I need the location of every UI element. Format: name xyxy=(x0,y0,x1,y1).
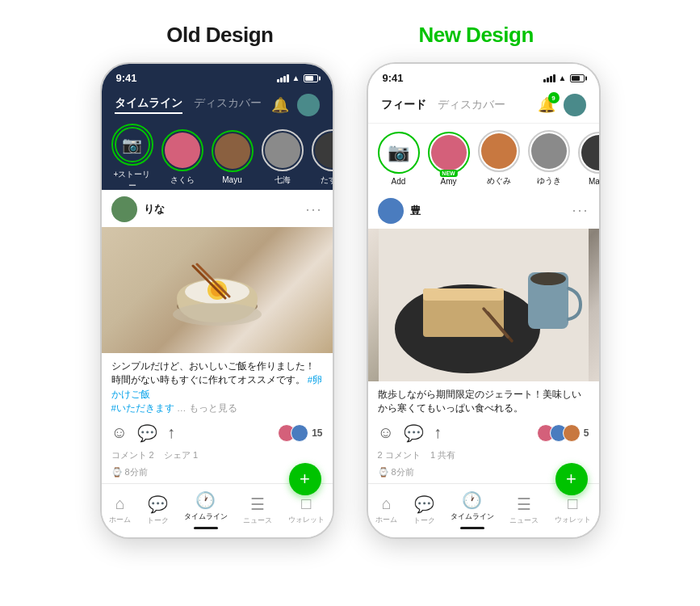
new-post-text-content: 散歩しながら期間限定のジェラート！美味しいから寒くてもいっぱい食べれる。 xyxy=(378,389,581,413)
old-story-1[interactable]: さくら xyxy=(161,129,203,186)
old-post-image xyxy=(102,227,333,353)
old-bottom-home[interactable]: ⌂ ホーム xyxy=(109,494,131,525)
new-post-stats: 2 コメント 1 共有 xyxy=(368,448,599,465)
old-bottom-news[interactable]: ☰ ニュース xyxy=(243,494,272,526)
old-story-label-2: Mayu xyxy=(222,175,241,184)
old-tab-timeline[interactable]: タイムライン xyxy=(115,96,182,114)
new-story-label-mana: Mana xyxy=(589,177,599,186)
new-tab-discover[interactable]: ディスカバー xyxy=(438,98,505,112)
old-story-label-4: たすく xyxy=(321,175,333,186)
new-stories-row: 📷 Add NEW Amy めぐみ xyxy=(368,124,599,191)
old-post-text-content: シンプルだけど、おいしいご飯を作りました！時間がない時もすぐに作れてオススメです… xyxy=(111,361,315,385)
old-story-label-3: 七海 xyxy=(275,175,291,186)
old-story-ring-2 xyxy=(212,130,254,172)
new-bottom-wallet[interactable]: □ ウォレット xyxy=(555,494,591,525)
new-smile-icon[interactable]: ☺ xyxy=(378,423,394,443)
old-status-time: 9:41 xyxy=(116,72,137,84)
new-wallet-label: ウォレット xyxy=(555,515,591,525)
old-actions-right: 15 xyxy=(283,424,322,442)
old-food-visual xyxy=(102,227,333,353)
new-phone: 9:41 ▲ フィード ディスカバー xyxy=(367,62,601,539)
new-post-actions: ☺ 💬 ↑ 5 xyxy=(368,419,599,448)
new-post-header: 豊 ··· xyxy=(368,191,599,229)
old-post-user: りな xyxy=(111,196,165,222)
old-news-label: ニュース xyxy=(243,516,272,526)
new-badge-amy: NEW xyxy=(439,170,457,177)
new-wifi-icon: ▲ xyxy=(559,74,567,82)
old-bell-icon[interactable]: 🔔 xyxy=(271,96,289,114)
new-share-count: 1 共有 xyxy=(430,450,455,460)
new-profile-avatar[interactable] xyxy=(564,94,586,116)
old-nav-icons: 🔔 xyxy=(271,94,320,116)
new-story-megumi[interactable]: めぐみ xyxy=(478,130,520,187)
old-stories-row: 📷 +ストーリー さくら Mayu xyxy=(102,123,333,190)
old-story-add[interactable]: 📷 +ストーリー xyxy=(111,124,153,191)
old-nav-tabs: タイムライン ディスカバー xyxy=(115,96,262,114)
new-comment-icon[interactable]: 💬 xyxy=(404,423,424,443)
old-user-avatar xyxy=(111,196,137,222)
new-status-time: 9:41 xyxy=(383,72,404,84)
new-share-icon[interactable]: ↑ xyxy=(434,423,442,443)
new-story-avatar-mana xyxy=(581,135,599,170)
new-story-ring-yuuki xyxy=(528,130,570,172)
old-smile-icon[interactable]: ☺ xyxy=(111,423,128,443)
old-profile-avatar[interactable] xyxy=(297,94,320,116)
old-more-link[interactable]: … もっと見る xyxy=(177,403,237,413)
old-bottom-wallet[interactable]: □ ウォレット xyxy=(288,494,325,525)
new-user-name: 豊 xyxy=(410,204,421,218)
old-timeline-label: タイムライン xyxy=(184,511,228,522)
new-post-more[interactable]: ··· xyxy=(572,202,589,219)
old-post-header: りな ··· xyxy=(102,190,333,227)
old-story-ring-1 xyxy=(161,129,203,171)
old-story-avatar-1 xyxy=(165,133,200,168)
phones-container: 9:41 ▲ タイムライン ディスカバー 🔔 xyxy=(68,62,633,539)
new-food-svg xyxy=(379,229,589,381)
new-fab-button[interactable]: + xyxy=(555,463,588,495)
new-nav-bar: フィード ディスカバー 🔔 9 xyxy=(368,87,599,124)
old-fab-button[interactable]: + xyxy=(289,463,321,495)
new-story-avatar-megumi xyxy=(481,133,517,169)
old-hashtag2[interactable]: #いただきます xyxy=(111,403,174,413)
old-story-2[interactable]: Mayu xyxy=(212,130,254,184)
old-share-icon[interactable]: ↑ xyxy=(167,423,175,443)
old-bottom-talk[interactable]: 💬 トーク xyxy=(147,494,169,526)
old-story-4[interactable]: たすく xyxy=(312,129,333,186)
new-bottom-timeline[interactable]: 🕐 タイムライン xyxy=(451,490,494,529)
old-phone: 9:41 ▲ タイムライン ディスカバー 🔔 xyxy=(100,62,334,539)
comparison-header: Old Design New Design xyxy=(0,0,700,62)
old-reaction-count: 15 xyxy=(312,427,322,439)
old-post-text: シンプルだけど、おいしいご飯を作りました！時間がない時もすぐに作れてオススメです… xyxy=(102,353,333,419)
new-news-label: ニュース xyxy=(509,516,539,526)
new-story-amy[interactable]: NEW Amy xyxy=(428,132,470,186)
new-story-yuuki[interactable]: ゆうき xyxy=(528,130,570,187)
old-story-avatar-2 xyxy=(215,133,250,169)
old-talk-icon: 💬 xyxy=(148,494,168,514)
new-post-image xyxy=(368,229,599,381)
old-news-icon: ☰ xyxy=(250,494,265,514)
old-tab-discover[interactable]: ディスカバー xyxy=(194,96,262,114)
old-talk-label: トーク xyxy=(147,516,169,526)
old-bottom-timeline[interactable]: 🕐 タイムライン xyxy=(184,490,228,529)
old-share-count: シェア 1 xyxy=(164,450,198,460)
new-bell-wrapper[interactable]: 🔔 9 xyxy=(538,96,555,114)
new-timeline-label: タイムライン xyxy=(451,511,494,522)
old-story-3[interactable]: 七海 xyxy=(262,129,304,186)
new-story-add[interactable]: 📷 Add xyxy=(378,132,420,186)
new-nav-tabs: フィード ディスカバー xyxy=(381,98,505,112)
old-add-ring: 📷 xyxy=(111,124,153,166)
new-story-ring-mana xyxy=(578,132,599,174)
new-camera-icon: 📷 xyxy=(388,142,409,163)
new-tab-feed[interactable]: フィード xyxy=(381,98,426,112)
old-home-label: ホーム xyxy=(109,515,131,525)
new-reactor-3 xyxy=(563,424,581,442)
new-bottom-home[interactable]: ⌂ ホーム xyxy=(375,494,397,525)
new-story-mana[interactable]: Mana xyxy=(578,132,599,186)
new-bottom-news[interactable]: ☰ ニュース xyxy=(509,494,539,526)
old-story-label-add: +ストーリー xyxy=(111,169,153,191)
new-home-icon: ⌂ xyxy=(382,494,392,513)
new-bottom-talk[interactable]: 💬 トーク xyxy=(413,494,435,526)
old-comment-icon[interactable]: 💬 xyxy=(137,423,157,443)
old-add-icon: 📷 xyxy=(122,135,142,154)
old-post-more[interactable]: ··· xyxy=(305,201,322,218)
new-signal-bars xyxy=(543,74,555,82)
